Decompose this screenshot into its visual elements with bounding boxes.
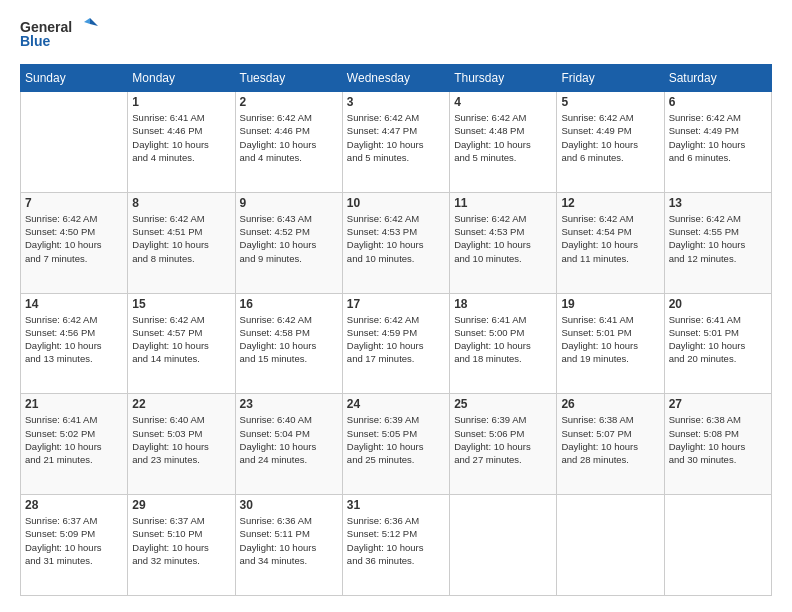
day-number: 26 [561,397,659,411]
week-row-5: 28Sunrise: 6:37 AM Sunset: 5:09 PM Dayli… [21,495,772,596]
header-cell-friday: Friday [557,65,664,92]
day-info: Sunrise: 6:36 AM Sunset: 5:12 PM Dayligh… [347,514,445,567]
day-cell: 23Sunrise: 6:40 AM Sunset: 5:04 PM Dayli… [235,394,342,495]
day-info: Sunrise: 6:37 AM Sunset: 5:09 PM Dayligh… [25,514,123,567]
day-info: Sunrise: 6:42 AM Sunset: 4:59 PM Dayligh… [347,313,445,366]
day-info: Sunrise: 6:42 AM Sunset: 4:49 PM Dayligh… [561,111,659,164]
day-number: 12 [561,196,659,210]
day-cell: 9Sunrise: 6:43 AM Sunset: 4:52 PM Daylig… [235,192,342,293]
day-cell: 21Sunrise: 6:41 AM Sunset: 5:02 PM Dayli… [21,394,128,495]
day-cell: 26Sunrise: 6:38 AM Sunset: 5:07 PM Dayli… [557,394,664,495]
day-info: Sunrise: 6:42 AM Sunset: 4:50 PM Dayligh… [25,212,123,265]
svg-marker-2 [84,18,90,24]
day-number: 28 [25,498,123,512]
day-info: Sunrise: 6:40 AM Sunset: 5:03 PM Dayligh… [132,413,230,466]
week-row-3: 14Sunrise: 6:42 AM Sunset: 4:56 PM Dayli… [21,293,772,394]
day-cell: 16Sunrise: 6:42 AM Sunset: 4:58 PM Dayli… [235,293,342,394]
day-cell [21,92,128,193]
day-info: Sunrise: 6:42 AM Sunset: 4:54 PM Dayligh… [561,212,659,265]
day-number: 8 [132,196,230,210]
day-info: Sunrise: 6:43 AM Sunset: 4:52 PM Dayligh… [240,212,338,265]
day-info: Sunrise: 6:42 AM Sunset: 4:48 PM Dayligh… [454,111,552,164]
week-row-1: 1Sunrise: 6:41 AM Sunset: 4:46 PM Daylig… [21,92,772,193]
day-cell: 5Sunrise: 6:42 AM Sunset: 4:49 PM Daylig… [557,92,664,193]
day-number: 29 [132,498,230,512]
day-number: 9 [240,196,338,210]
day-info: Sunrise: 6:42 AM Sunset: 4:57 PM Dayligh… [132,313,230,366]
day-number: 13 [669,196,767,210]
day-number: 15 [132,297,230,311]
day-info: Sunrise: 6:42 AM Sunset: 4:55 PM Dayligh… [669,212,767,265]
day-info: Sunrise: 6:42 AM Sunset: 4:47 PM Dayligh… [347,111,445,164]
header-cell-monday: Monday [128,65,235,92]
day-cell: 17Sunrise: 6:42 AM Sunset: 4:59 PM Dayli… [342,293,449,394]
day-cell: 30Sunrise: 6:36 AM Sunset: 5:11 PM Dayli… [235,495,342,596]
day-number: 19 [561,297,659,311]
header-cell-saturday: Saturday [664,65,771,92]
day-cell: 11Sunrise: 6:42 AM Sunset: 4:53 PM Dayli… [450,192,557,293]
day-number: 25 [454,397,552,411]
day-info: Sunrise: 6:41 AM Sunset: 5:01 PM Dayligh… [561,313,659,366]
header-cell-thursday: Thursday [450,65,557,92]
day-number: 4 [454,95,552,109]
day-info: Sunrise: 6:42 AM Sunset: 4:56 PM Dayligh… [25,313,123,366]
day-number: 20 [669,297,767,311]
day-cell: 12Sunrise: 6:42 AM Sunset: 4:54 PM Dayli… [557,192,664,293]
day-cell: 20Sunrise: 6:41 AM Sunset: 5:01 PM Dayli… [664,293,771,394]
page: General Blue SundayMondayTuesdayWednesda… [0,0,792,612]
header-cell-tuesday: Tuesday [235,65,342,92]
day-cell: 28Sunrise: 6:37 AM Sunset: 5:09 PM Dayli… [21,495,128,596]
day-number: 10 [347,196,445,210]
day-info: Sunrise: 6:42 AM Sunset: 4:58 PM Dayligh… [240,313,338,366]
day-cell: 10Sunrise: 6:42 AM Sunset: 4:53 PM Dayli… [342,192,449,293]
day-info: Sunrise: 6:39 AM Sunset: 5:05 PM Dayligh… [347,413,445,466]
day-cell: 19Sunrise: 6:41 AM Sunset: 5:01 PM Dayli… [557,293,664,394]
day-cell: 13Sunrise: 6:42 AM Sunset: 4:55 PM Dayli… [664,192,771,293]
day-cell: 6Sunrise: 6:42 AM Sunset: 4:49 PM Daylig… [664,92,771,193]
day-cell: 24Sunrise: 6:39 AM Sunset: 5:05 PM Dayli… [342,394,449,495]
day-info: Sunrise: 6:42 AM Sunset: 4:46 PM Dayligh… [240,111,338,164]
day-number: 22 [132,397,230,411]
day-number: 24 [347,397,445,411]
day-cell: 29Sunrise: 6:37 AM Sunset: 5:10 PM Dayli… [128,495,235,596]
day-number: 6 [669,95,767,109]
logo: General Blue [20,16,100,52]
day-info: Sunrise: 6:41 AM Sunset: 4:46 PM Dayligh… [132,111,230,164]
day-info: Sunrise: 6:38 AM Sunset: 5:07 PM Dayligh… [561,413,659,466]
header-cell-sunday: Sunday [21,65,128,92]
day-number: 23 [240,397,338,411]
day-number: 7 [25,196,123,210]
header: General Blue [20,16,772,52]
day-number: 27 [669,397,767,411]
week-row-4: 21Sunrise: 6:41 AM Sunset: 5:02 PM Dayli… [21,394,772,495]
day-cell: 7Sunrise: 6:42 AM Sunset: 4:50 PM Daylig… [21,192,128,293]
day-number: 17 [347,297,445,311]
day-info: Sunrise: 6:39 AM Sunset: 5:06 PM Dayligh… [454,413,552,466]
day-cell: 25Sunrise: 6:39 AM Sunset: 5:06 PM Dayli… [450,394,557,495]
day-cell [450,495,557,596]
day-cell [664,495,771,596]
day-number: 3 [347,95,445,109]
day-cell: 27Sunrise: 6:38 AM Sunset: 5:08 PM Dayli… [664,394,771,495]
day-number: 31 [347,498,445,512]
header-cell-wednesday: Wednesday [342,65,449,92]
day-number: 18 [454,297,552,311]
day-info: Sunrise: 6:36 AM Sunset: 5:11 PM Dayligh… [240,514,338,567]
day-info: Sunrise: 6:42 AM Sunset: 4:53 PM Dayligh… [454,212,552,265]
day-cell: 18Sunrise: 6:41 AM Sunset: 5:00 PM Dayli… [450,293,557,394]
day-cell: 4Sunrise: 6:42 AM Sunset: 4:48 PM Daylig… [450,92,557,193]
calendar-table: SundayMondayTuesdayWednesdayThursdayFrid… [20,64,772,596]
day-cell: 8Sunrise: 6:42 AM Sunset: 4:51 PM Daylig… [128,192,235,293]
day-number: 21 [25,397,123,411]
day-info: Sunrise: 6:40 AM Sunset: 5:04 PM Dayligh… [240,413,338,466]
week-row-2: 7Sunrise: 6:42 AM Sunset: 4:50 PM Daylig… [21,192,772,293]
header-row: SundayMondayTuesdayWednesdayThursdayFrid… [21,65,772,92]
day-info: Sunrise: 6:37 AM Sunset: 5:10 PM Dayligh… [132,514,230,567]
day-info: Sunrise: 6:41 AM Sunset: 5:02 PM Dayligh… [25,413,123,466]
day-cell: 14Sunrise: 6:42 AM Sunset: 4:56 PM Dayli… [21,293,128,394]
svg-text:Blue: Blue [20,33,51,49]
day-number: 5 [561,95,659,109]
day-cell [557,495,664,596]
svg-marker-1 [90,18,98,26]
day-info: Sunrise: 6:41 AM Sunset: 5:00 PM Dayligh… [454,313,552,366]
